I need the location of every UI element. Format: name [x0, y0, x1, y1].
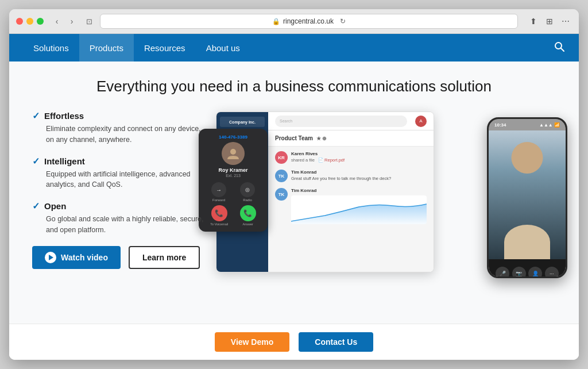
more-button[interactable]: ⋯ [559, 15, 572, 28]
phone-people-btn[interactable]: 👤 [528, 267, 542, 276]
chat-message-3: TK Tim Konrad [275, 188, 427, 224]
caller-avatar [222, 142, 245, 165]
video-call-bg [489, 130, 566, 259]
feature-title-1: Effortless [44, 111, 84, 121]
watch-video-button[interactable]: Watch video [32, 246, 121, 269]
product-screenshots: Company Inc. marks natalie Peters patine… [216, 106, 562, 324]
feature-header-1: ✓ Effortless [32, 110, 204, 121]
feature-header-3: ✓ Open [32, 201, 204, 212]
play-triangle [49, 255, 53, 260]
feature-effortless: ✓ Effortless Eliminate complexity and co… [32, 110, 204, 145]
url-text: ringcentral.co.uk [283, 17, 334, 25]
chat-message-1: KR Karen Rives shared a file 📄 Report.pd… [275, 151, 427, 164]
feature-desc-3: Go global and scale with a highly reliab… [46, 214, 204, 236]
hero-section: Everything you need in a business commun… [9, 62, 579, 324]
forward-icon: → [211, 182, 226, 197]
svg-line-1 [561, 48, 564, 51]
close-button[interactable] [16, 18, 23, 25]
lock-icon: 🔒 [272, 18, 280, 25]
top-nav: Solutions Products Resources About us [9, 34, 579, 62]
forward-button[interactable]: › [65, 15, 78, 28]
feature-desc-2: Equipped with artificial intelligence, a… [46, 169, 204, 191]
traffic-lights [16, 18, 44, 25]
hero-title: Everything you need in a business commun… [9, 62, 579, 106]
voicemail-icon: 📞 [211, 205, 227, 221]
check-icon-2: ✓ [32, 156, 40, 167]
contact-us-button[interactable]: Contact Us [299, 332, 373, 352]
nav-item-about[interactable]: About us [196, 34, 250, 62]
address-bar[interactable]: 🔒 ringcentral.co.uk ↻ [100, 14, 518, 29]
browser-chrome: ‹ › ⊡ 🔒 ringcentral.co.uk ↻ ⬆ ⊞ ⋯ [9, 9, 579, 34]
window-mode-button[interactable]: ⊡ [83, 15, 95, 28]
chat-messages: KR Karen Rives shared a file 📄 Report.pd… [268, 147, 434, 229]
nav-items: Solutions Products Resources About us [23, 34, 554, 62]
desktop-search-bar: Search A [268, 112, 434, 130]
msg-content-1: Karen Rives shared a file 📄 Report.pdf [291, 151, 427, 164]
phone-screen: 10:34 ▲▲▲ 📶 🎤 📷 [489, 119, 566, 276]
msg-content-2: Tim Konrad Great stuff Are you free to t… [291, 170, 427, 182]
site-content: Solutions Products Resources About us [9, 34, 579, 360]
feature-open: ✓ Open Go global and scale with a highly… [32, 201, 204, 236]
person-body [504, 225, 550, 259]
feature-title-2: Intelligent [44, 156, 85, 166]
msg-avatar-2: TK [275, 170, 288, 182]
browser-window: ‹ › ⊡ 🔒 ringcentral.co.uk ↻ ⬆ ⊞ ⋯ Soluti… [9, 9, 579, 360]
learn-more-button[interactable]: Learn more [129, 246, 200, 269]
check-icon-3: ✓ [32, 201, 40, 212]
company-name: Company Inc. [220, 117, 265, 127]
msg-avatar-3: TK [275, 188, 288, 201]
phone-more-btn[interactable]: ··· [545, 267, 559, 276]
msg-avatar-1: KR [275, 151, 288, 164]
radio-btn[interactable]: ◎ Radio [240, 182, 255, 202]
caller-name: Roy Kramer [204, 167, 262, 173]
forward-btn[interactable]: → Forward [211, 182, 226, 202]
minimize-button[interactable] [26, 18, 33, 25]
search-bar[interactable]: Search [275, 116, 407, 127]
call-action-buttons: → Forward ◎ Radio [204, 182, 262, 202]
check-icon-1: ✓ [32, 110, 40, 121]
browser-actions: ⬆ ⊞ ⋯ [527, 15, 572, 28]
maximize-button[interactable] [37, 18, 44, 25]
svg-point-2 [230, 149, 236, 155]
browser-nav-buttons: ‹ › [51, 15, 78, 28]
cta-buttons: Watch video Learn more [32, 246, 204, 269]
phone-controls: 🎤 📷 👤 ··· [489, 259, 566, 276]
voicemail-btn[interactable]: 📞 To Voicemail [210, 205, 228, 226]
play-icon [45, 252, 56, 263]
phone-signal: ▲▲▲ 📶 [539, 122, 560, 128]
feature-header-2: ✓ Intelligent [32, 156, 204, 167]
feature-intelligent: ✓ Intelligent Equipped with artificial i… [32, 156, 204, 191]
nav-item-products[interactable]: Products [79, 34, 134, 62]
answer-btn[interactable]: 📞 Answer [240, 205, 256, 226]
msg-content-3: Tim Konrad [291, 188, 427, 224]
feature-desc-1: Eliminate complexity and connect on any … [46, 124, 204, 145]
user-avatar: A [415, 116, 427, 127]
phone-video-btn[interactable]: 📷 [512, 267, 526, 276]
hero-body: ✓ Effortless Eliminate complexity and co… [9, 106, 579, 324]
radio-icon: ◎ [240, 182, 255, 197]
phone-mockup: 10:34 ▲▲▲ 📶 🎤 📷 [487, 117, 567, 278]
view-demo-button[interactable]: View Demo [215, 332, 289, 352]
call-primary-buttons: 📞 To Voicemail 📞 Answer [204, 205, 262, 226]
back-button[interactable]: ‹ [51, 15, 63, 28]
nav-item-solutions[interactable]: Solutions [23, 34, 79, 62]
nav-item-resources[interactable]: Resources [134, 34, 196, 62]
search-icon[interactable] [554, 41, 565, 55]
person-silhouette [489, 130, 566, 259]
features-list: ✓ Effortless Eliminate complexity and co… [32, 106, 204, 324]
share-button[interactable]: ⬆ [527, 15, 540, 28]
call-screen-mockup: 140-476-3389 Roy Kramer Ext. 213 → [199, 129, 268, 232]
app-main: Search A Product Team ★ ⊕ KR [268, 112, 434, 272]
feature-title-3: Open [44, 201, 66, 211]
chat-message-2: TK Tim Konrad Great stuff Are you free t… [275, 170, 427, 182]
answer-icon: 📞 [240, 205, 256, 221]
tabs-button[interactable]: ⊞ [543, 15, 556, 28]
chat-header: Product Team ★ ⊕ [268, 130, 434, 147]
phone-status-bar: 10:34 ▲▲▲ 📶 [489, 119, 566, 130]
caller-ext: Ext. 213 [204, 174, 262, 178]
refresh-icon[interactable]: ↻ [340, 17, 346, 25]
phone-mute-btn[interactable]: 🎤 [496, 267, 509, 276]
chart-mini [291, 195, 427, 224]
call-number: 140-476-3389 [204, 134, 262, 140]
phone-time: 10:34 [494, 122, 506, 128]
